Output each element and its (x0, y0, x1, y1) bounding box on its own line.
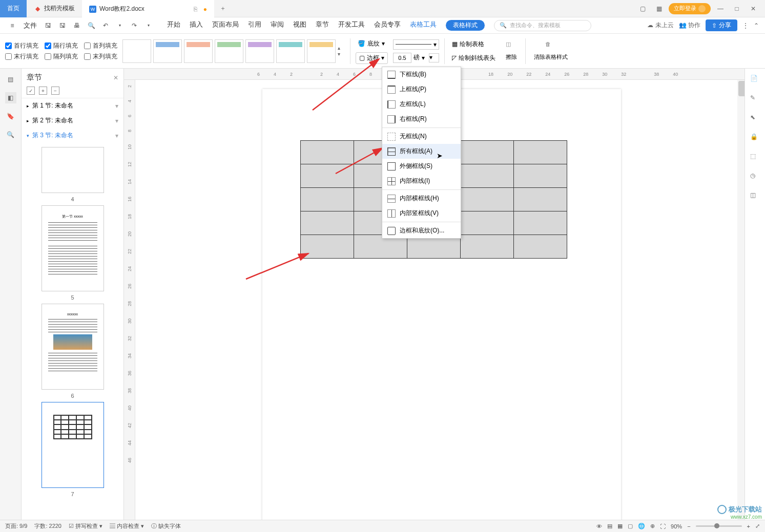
redo-dd-icon[interactable]: ▾ (142, 19, 155, 32)
zoom-out-icon[interactable]: − (687, 523, 690, 529)
menu-tab-review[interactable]: 审阅 (271, 20, 284, 31)
cb-first-col[interactable]: 首列填充 (84, 41, 117, 50)
border-color[interactable]: ▾ (429, 53, 439, 62)
window-maximize[interactable]: □ (730, 2, 743, 15)
sb-page[interactable]: 页面: 9/9 (5, 522, 27, 530)
redo-icon[interactable]: ↷ (128, 19, 140, 32)
login-button[interactable]: 立即登录 (669, 3, 711, 14)
border-menu-item[interactable]: 内部框线(I) (382, 174, 461, 188)
rb-pencil-icon[interactable]: ✎ (750, 94, 760, 104)
draw-table[interactable]: ▦绘制表格 (450, 39, 498, 50)
window-close[interactable]: ✕ (747, 2, 760, 15)
menu-collapse-icon[interactable]: ⌃ (754, 22, 759, 29)
menu-tab-tablestyle[interactable]: 表格样式 (446, 20, 485, 31)
rb-pointer-icon[interactable]: ⬉ (750, 114, 760, 124)
np-tool-add[interactable]: + (39, 87, 47, 95)
border-menu-item[interactable]: 边框和底纹(O)... (382, 223, 461, 238)
sb-eye-icon[interactable]: 👁 (596, 523, 602, 529)
thumb-partial[interactable] (42, 147, 104, 193)
vertical-ruler[interactable]: 2468101214161820222426283032343638404244… (124, 80, 135, 520)
border-menu-item[interactable]: 下框线(B) (382, 67, 461, 82)
thumb-6[interactable]: xxxxxx (42, 304, 104, 390)
bookmark-icon[interactable]: 🔖 (5, 111, 16, 122)
border-menu-item[interactable]: 上框线(P) (382, 82, 461, 97)
thumb-5[interactable]: 第一节 xxxxx (42, 205, 104, 291)
rb-layout-icon[interactable]: ◫ (750, 191, 760, 202)
nav-icon[interactable]: ◧ (5, 92, 16, 103)
chevron-down-icon[interactable]: ▾ (115, 132, 118, 139)
preview-icon[interactable]: 🔍 (85, 19, 97, 32)
nav-close[interactable]: ✕ (113, 74, 118, 81)
menu-file[interactable]: 文件 (20, 21, 40, 30)
menu-tab-insert[interactable]: 插入 (190, 20, 203, 31)
sb-words[interactable]: 字数: 2220 (34, 522, 61, 530)
sb-web-icon[interactable]: ⊕ (650, 523, 655, 529)
nav-item-1[interactable]: ▸第 1 节: 未命名▾ (22, 98, 123, 113)
nav-item-2[interactable]: ▸第 2 节: 未命名▾ (22, 113, 123, 128)
style-green[interactable] (215, 39, 243, 63)
rb-cube-icon[interactable]: ⬚ (750, 153, 760, 163)
zoom-fit-icon[interactable]: ⛶ (660, 523, 666, 529)
zoom-in-icon[interactable]: + (747, 523, 750, 529)
search-input[interactable]: 🔍查找命令、搜索模板 (494, 20, 591, 31)
menu-tab-refs[interactable]: 引用 (248, 20, 261, 31)
undo-icon[interactable]: ↶ (99, 19, 112, 32)
tab-home[interactable]: 首页 (0, 0, 27, 17)
menu-tab-view[interactable]: 视图 (293, 20, 306, 31)
print-icon[interactable]: 🖶 (71, 19, 83, 32)
tab-document[interactable]: WWord教程2.docx⎘● (82, 0, 214, 17)
tab-add[interactable]: ＋ (214, 0, 232, 17)
menu-tab-section[interactable]: 章节 (316, 20, 329, 31)
cb-last-col[interactable]: 末列填充 (84, 52, 117, 61)
style-plain[interactable] (122, 39, 151, 63)
save2-icon[interactable]: 🖫 (56, 19, 69, 32)
style-gold[interactable] (307, 39, 336, 63)
zoom-slider[interactable] (696, 525, 742, 527)
chevron-down-icon[interactable]: ▾ (115, 102, 118, 110)
cb-alt-row[interactable]: 隔行填充 (45, 41, 78, 50)
shading-dropdown[interactable]: 🪣底纹 ▾ (356, 38, 388, 49)
erase-button[interactable]: ◫擦除 (503, 41, 520, 61)
save-icon[interactable]: 🖫 (42, 19, 54, 32)
sb-content[interactable]: ▤ 内容检查 ▾ (110, 522, 144, 530)
rb-lock-icon[interactable]: 🔒 (750, 133, 760, 143)
find-icon[interactable]: 🔍 (5, 129, 16, 140)
tab-template[interactable]: ◆找稻壳模板 (27, 0, 82, 17)
border-dropdown[interactable]: ▢边框 ▾ (356, 52, 388, 64)
vertical-scrollbar[interactable] (737, 80, 745, 520)
menu-tab-dev[interactable]: 开发工具 (338, 20, 365, 31)
draw-diagonal[interactable]: ◸绘制斜线表头 (450, 53, 498, 63)
np-tool-del[interactable]: − (51, 87, 59, 95)
sb-view1-icon[interactable]: ▤ (607, 523, 612, 529)
style-purple[interactable] (245, 39, 274, 63)
border-menu-item[interactable]: 内部竖框线(V) (382, 206, 461, 221)
border-menu-item[interactable]: 左框线(L) (382, 97, 461, 112)
zoom-level[interactable]: 90% (671, 523, 682, 529)
share-button[interactable]: ⇧ 分享 (706, 19, 737, 31)
hamburger-icon[interactable]: ≡ (6, 19, 18, 32)
cloud-status[interactable]: ☁ 未上云 (647, 21, 673, 30)
border-menu-item[interactable]: 所有框线(A) (382, 144, 461, 159)
np-tool-check[interactable]: ✓ (27, 87, 35, 95)
cb-alt-col[interactable]: 隔列填充 (45, 52, 78, 61)
menu-tab-layout[interactable]: 页面布局 (212, 20, 239, 31)
thumb-7[interactable] (42, 402, 104, 488)
rb-clock-icon[interactable]: ◷ (750, 172, 760, 182)
sb-spell[interactable]: ☑ 拼写检查 ▾ (69, 522, 102, 530)
menu-tab-start[interactable]: 开始 (167, 20, 180, 31)
grid4-icon[interactable]: ▦ (652, 2, 666, 15)
border-menu-item[interactable]: 内部横框线(H) (382, 191, 461, 206)
style-orange[interactable] (184, 39, 213, 63)
menu-more-icon[interactable]: ⋮ (742, 22, 749, 29)
gallery-more[interactable]: ▴▾ (338, 46, 345, 57)
border-menu-item[interactable]: 右框线(R) (382, 112, 461, 126)
nav-item-3[interactable]: ▾第 3 节: 未命名▾ (22, 128, 123, 143)
grid1-icon[interactable]: ▢ (636, 2, 649, 15)
undo-dd-icon[interactable]: ▾ (114, 19, 126, 32)
sb-font[interactable]: ⓘ 缺失字体 (151, 522, 181, 530)
window-minimize[interactable]: — (714, 2, 727, 15)
style-blue[interactable] (153, 39, 182, 63)
style-teal[interactable] (276, 39, 305, 63)
border-width-input[interactable] (393, 53, 411, 63)
sb-view2-icon[interactable]: ▦ (617, 523, 623, 529)
